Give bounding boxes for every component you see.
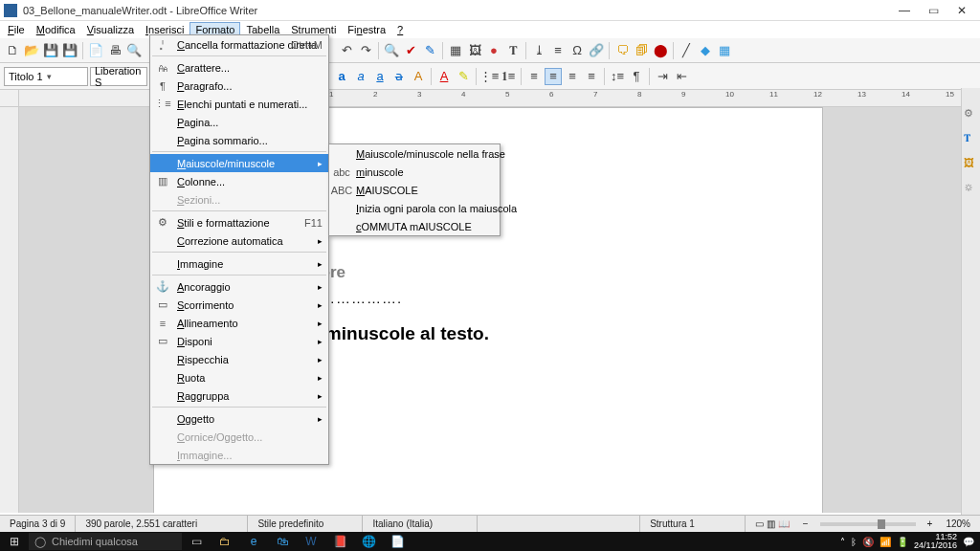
taskbar-explorer-icon[interactable]: 🗀 — [211, 532, 239, 551]
line-spacing-icon[interactable]: ↕≡ — [609, 68, 626, 85]
menu-modifica[interactable]: Modifica — [31, 22, 81, 37]
formato-item-2[interactable]: 🗛Carattere... — [150, 58, 328, 77]
start-button[interactable]: ⊞ — [0, 532, 29, 551]
zoom-slider[interactable] — [820, 522, 916, 526]
tray-volume-icon[interactable]: 🔇 — [862, 537, 874, 547]
undo-icon[interactable]: ↶ — [338, 42, 355, 59]
special-char-icon[interactable]: Ω — [568, 42, 586, 59]
case-item-2[interactable]: ABCMAIUSCOLE — [329, 181, 500, 199]
formato-item-15[interactable]: Immagine▸ — [150, 254, 328, 273]
export-pdf-icon[interactable]: 📄 — [87, 42, 104, 59]
table-icon[interactable]: ▦ — [447, 42, 464, 59]
formato-item-23[interactable]: Raggruppa▸ — [150, 386, 328, 405]
menu-help[interactable]: ? — [391, 22, 409, 37]
align-center-icon[interactable]: ≡ — [545, 68, 562, 85]
ruler-horizontal[interactable]: 321123456789101112131415161718 — [0, 90, 980, 107]
print-preview-icon[interactable]: 🔍 — [125, 42, 143, 59]
formato-item-22[interactable]: Ruota▸ — [150, 368, 328, 386]
formato-item-19[interactable]: ≡Allineamento▸ — [150, 314, 328, 332]
indent-decrease-icon[interactable]: ⇤ — [673, 68, 690, 85]
shapes-icon[interactable]: ◆ — [697, 42, 714, 59]
task-view-icon[interactable]: ▭ — [182, 532, 211, 551]
taskbar-writer-icon[interactable]: 📄 — [383, 532, 412, 551]
line-icon[interactable]: ╱ — [678, 42, 695, 59]
pagebreak-icon[interactable]: ⤓ — [530, 42, 547, 59]
maximize-button[interactable]: ▭ — [919, 1, 947, 20]
italic-icon[interactable]: a — [352, 68, 369, 85]
zoom-out-icon[interactable]: − — [799, 518, 813, 529]
minimize-button[interactable]: — — [890, 1, 919, 20]
tray-wifi-icon[interactable]: 📶 — [880, 537, 891, 547]
status-outline[interactable]: Struttura 1 — [640, 516, 746, 532]
formato-item-17[interactable]: ⚓Ancoraggio▸ — [150, 277, 328, 296]
grid-icon[interactable]: ▦ — [716, 42, 733, 59]
spellcheck-icon[interactable]: ✔ — [402, 42, 419, 59]
close-button[interactable]: ✕ — [947, 1, 976, 20]
taskbar-pdf-icon[interactable]: 📕 — [325, 532, 354, 551]
formato-item-9[interactable]: ▥Colonne... — [150, 172, 328, 190]
textbox-icon[interactable]: 𝐓 — [504, 42, 522, 59]
formato-item-3[interactable]: ¶Paragrafo... — [150, 77, 328, 95]
status-page[interactable]: Pagina 3 di 9 — [0, 516, 76, 532]
bold-icon[interactable]: a — [333, 68, 350, 85]
save-icon[interactable]: 💾 — [42, 42, 59, 59]
sidebar-styles-icon[interactable]: 𝐓 — [964, 132, 979, 147]
align-right-icon[interactable]: ≡ — [564, 68, 581, 85]
paragraph-style-combo[interactable]: Titolo 1▾ — [4, 67, 88, 86]
underline-icon[interactable]: a — [371, 68, 389, 85]
case-item-1[interactable]: abcminuscole — [329, 163, 500, 181]
taskbar-clock[interactable]: 11:52 24/11/2016 — [914, 533, 957, 550]
formato-item-13[interactable]: Correzione automatica▸ — [150, 231, 328, 250]
cortana-search[interactable]: ◯ Chiedimi qualcosa — [29, 533, 182, 550]
case-item-3[interactable]: Inizia ogni parola con la maiuscola — [329, 199, 500, 217]
header-icon[interactable]: ≡ — [549, 42, 567, 59]
taskbar-store-icon[interactable]: 🛍 — [268, 532, 297, 551]
formato-item-0[interactable]: ᴵ͓Cancella formattazione direttaCtrl+M — [150, 35, 328, 54]
menu-file[interactable]: File — [2, 22, 31, 37]
autocorrect-icon[interactable]: ✎ — [421, 42, 438, 59]
highlight-icon[interactable]: ✎ — [455, 68, 472, 85]
case-item-4[interactable]: cOMMUTA mAIUSCOLE — [329, 217, 500, 235]
menu-finestra[interactable]: Finestra — [342, 22, 391, 37]
track-changes-icon[interactable]: 🗐 — [633, 42, 650, 59]
status-word-count[interactable]: 390 parole, 2.551 caratteri — [76, 516, 248, 532]
para-spacing-icon[interactable]: ¶ — [628, 68, 645, 85]
align-left-icon[interactable]: ≡ — [525, 68, 543, 85]
comment-icon[interactable]: 🗨 — [613, 42, 631, 59]
tray-battery-icon[interactable]: 🔋 — [897, 537, 908, 547]
subscript-icon[interactable]: A — [410, 68, 427, 85]
status-page-style[interactable]: Stile predefinito — [248, 516, 363, 532]
formato-item-18[interactable]: ▭Scorrimento▸ — [150, 296, 328, 314]
status-zoom[interactable]: 120% — [936, 516, 980, 532]
chart-icon[interactable]: ● — [485, 42, 502, 59]
tray-up-icon[interactable]: ˄ — [840, 537, 845, 547]
taskbar-chrome-icon[interactable]: 🌐 — [354, 532, 383, 551]
redo-icon[interactable]: ↷ — [357, 42, 374, 59]
status-language[interactable]: Italiano (Italia) — [363, 516, 478, 532]
formato-item-5[interactable]: Pagina... — [150, 113, 328, 131]
tray-bluetooth-icon[interactable]: ᛒ — [851, 537, 857, 547]
formato-item-12[interactable]: ⚙Stili e formattazioneF11 — [150, 213, 328, 231]
sidebar-navigator-icon[interactable]: ⛭ — [964, 182, 979, 197]
record-icon[interactable]: ⬤ — [652, 42, 669, 59]
zoom-in-icon[interactable]: + — [924, 518, 937, 529]
ruler-vertical[interactable] — [0, 107, 19, 513]
save-as-icon[interactable]: 💾 — [61, 42, 78, 59]
taskbar-edge-icon[interactable]: e — [239, 532, 268, 551]
menu-visualizza[interactable]: Visualizza — [81, 22, 140, 37]
strike-icon[interactable]: a̶ — [390, 68, 408, 85]
new-doc-icon[interactable]: 🗋 — [4, 42, 21, 59]
formato-item-4[interactable]: ⋮≡Elenchi puntati e numerati... — [150, 95, 328, 113]
indent-increase-icon[interactable]: ⇥ — [654, 68, 671, 85]
font-name-combo[interactable]: Liberation S — [90, 67, 147, 86]
formato-item-21[interactable]: Rispecchia▸ — [150, 350, 328, 368]
status-view-buttons[interactable]: ▭ ▥ 📖 — [746, 516, 799, 532]
align-justify-icon[interactable]: ≡ — [583, 68, 600, 85]
tray-notifications-icon[interactable]: 💬 — [963, 537, 974, 547]
numbering-icon[interactable]: 𝟏≡ — [500, 68, 517, 85]
sidebar-gallery-icon[interactable]: 🖼 — [964, 157, 979, 172]
formato-item-20[interactable]: ▭Disponi▸ — [150, 332, 328, 350]
print-icon[interactable]: 🖶 — [106, 42, 123, 59]
open-icon[interactable]: 📂 — [23, 42, 40, 59]
sidebar-properties-icon[interactable]: ⚙ — [964, 107, 979, 122]
